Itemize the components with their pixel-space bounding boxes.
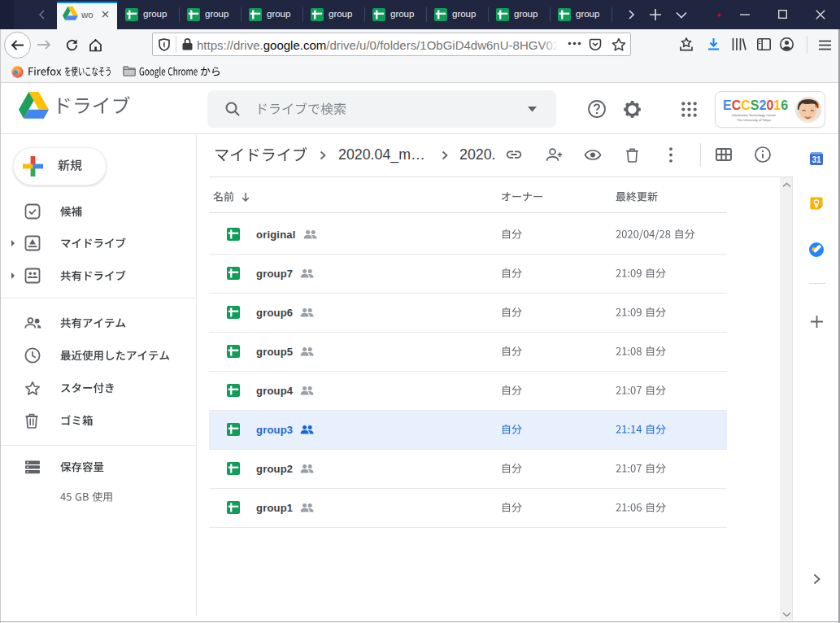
svg-text:31: 31 xyxy=(812,155,821,164)
